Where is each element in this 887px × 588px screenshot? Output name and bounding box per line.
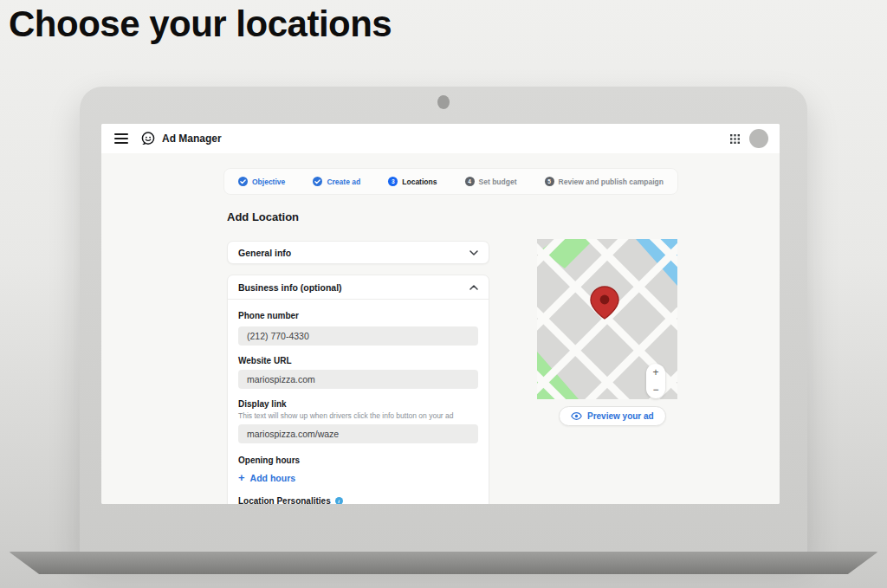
accordion-general-info[interactable]: General info (227, 241, 489, 264)
main-content: Objective Create ad 3 Locations 4 Set bu… (101, 153, 780, 504)
menu-icon[interactable] (114, 133, 128, 144)
step-review-publish[interactable]: 5 Review and publish campaign (545, 177, 664, 186)
chevron-down-icon (469, 250, 478, 255)
phone-number-label: Phone number (238, 311, 299, 320)
location-personalities-label: Location Personalities (238, 496, 331, 504)
accordion-business-info: Business info (optional) Phone number We… (227, 275, 489, 504)
step-number-badge: 3 (388, 177, 398, 186)
step-label: Set budget (479, 178, 517, 186)
location-map[interactable]: + − (537, 239, 677, 399)
step-label: Create ad (327, 178, 360, 186)
page-title: Choose your locations (9, 3, 392, 45)
phone-number-field[interactable] (238, 326, 478, 346)
accordion-business-header[interactable]: Business info (optional) (228, 275, 489, 300)
avatar[interactable] (749, 129, 768, 148)
step-label: Locations (402, 178, 437, 186)
preview-ad-button[interactable]: Preview your ad (559, 406, 666, 426)
zoom-in-button[interactable]: + (646, 364, 665, 381)
apps-grid-icon[interactable] (730, 134, 740, 144)
app-name: Ad Manager (162, 132, 222, 145)
check-icon (238, 177, 248, 186)
laptop-screen: Ad Manager Objective Create ad (101, 124, 780, 504)
step-objective[interactable]: Objective (238, 177, 285, 186)
info-icon[interactable]: i (335, 497, 343, 504)
form-title: Add Location (227, 210, 299, 223)
display-link-field[interactable] (238, 424, 478, 443)
website-url-label: Website URL (238, 356, 478, 365)
laptop-base (9, 552, 878, 574)
step-set-budget[interactable]: 4 Set budget (465, 177, 517, 186)
laptop-camera-dot (437, 95, 450, 109)
step-create-ad[interactable]: Create ad (313, 177, 360, 186)
accordion-label: Business info (optional) (238, 282, 342, 293)
eye-icon (571, 412, 582, 420)
campaign-stepper: Objective Create ad 3 Locations 4 Set bu… (223, 168, 678, 195)
check-icon (313, 177, 322, 186)
display-link-helper: This text will show up when drivers clic… (238, 411, 478, 420)
step-number-badge: 4 (465, 177, 475, 186)
step-label: Review and publish campaign (559, 178, 664, 186)
display-link-label: Display link (238, 399, 478, 409)
location-personalities-row: Location Personalities i (238, 496, 478, 504)
chevron-up-icon (469, 285, 478, 290)
step-label: Objective (252, 178, 285, 186)
accordion-label: General info (238, 248, 291, 258)
map-zoom-control: + − (646, 364, 665, 398)
opening-hours-label: Opening hours (238, 456, 478, 465)
preview-ad-label: Preview your ad (587, 411, 654, 421)
accordion-business-body: Phone number Website URL Display link Th… (228, 300, 489, 504)
step-locations[interactable]: 3 Locations (388, 177, 437, 186)
add-hours-label: Add hours (250, 473, 296, 483)
add-hours-button[interactable]: + Add hours (238, 473, 478, 483)
website-url-field[interactable] (238, 370, 478, 389)
waze-logo-icon (140, 131, 156, 146)
app-topbar: Ad Manager (101, 124, 780, 154)
step-number-badge: 5 (545, 177, 554, 186)
plus-icon: + (238, 474, 245, 482)
